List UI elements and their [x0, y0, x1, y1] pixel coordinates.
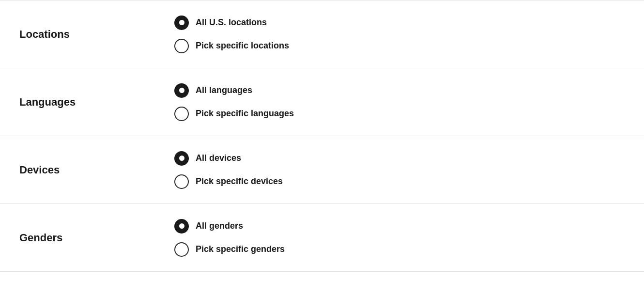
radio-label-pick-languages: Pick specific languages	[196, 109, 294, 119]
radio-label-pick-locations: Pick specific locations	[196, 41, 289, 51]
radio-option-pick-devices[interactable]: Pick specific devices	[174, 174, 283, 189]
radio-option-all-locations[interactable]: All U.S. locations	[174, 16, 289, 30]
radio-button-all-languages[interactable]	[174, 83, 189, 98]
radio-button-all-locations[interactable]	[174, 16, 189, 30]
radio-button-all-devices[interactable]	[174, 151, 189, 166]
radio-button-pick-genders[interactable]	[174, 242, 189, 257]
locations-radio-group: All U.S. locationsPick specific location…	[174, 16, 289, 53]
radio-option-all-devices[interactable]: All devices	[174, 151, 283, 166]
radio-option-all-genders[interactable]: All genders	[174, 219, 285, 234]
radio-button-all-genders[interactable]	[174, 219, 189, 234]
radio-option-all-languages[interactable]: All languages	[174, 83, 294, 98]
radio-button-pick-locations[interactable]	[174, 39, 189, 53]
radio-button-pick-devices[interactable]	[174, 174, 189, 189]
settings-row-languages: LanguagesAll languagesPick specific lang…	[0, 68, 644, 136]
radio-label-pick-genders: Pick specific genders	[196, 244, 285, 254]
radio-option-pick-locations[interactable]: Pick specific locations	[174, 39, 289, 53]
radio-label-all-genders: All genders	[196, 221, 243, 231]
settings-container: LocationsAll U.S. locationsPick specific…	[0, 0, 644, 272]
settings-row-devices: DevicesAll devicesPick specific devices	[0, 136, 644, 204]
settings-row-locations: LocationsAll U.S. locationsPick specific…	[0, 0, 644, 68]
radio-label-all-languages: All languages	[196, 85, 252, 95]
languages-radio-group: All languagesPick specific languages	[174, 83, 294, 121]
settings-row-genders: GendersAll gendersPick specific genders	[0, 204, 644, 272]
radio-label-pick-devices: Pick specific devices	[196, 176, 283, 187]
radio-option-pick-genders[interactable]: Pick specific genders	[174, 242, 285, 257]
genders-radio-group: All gendersPick specific genders	[174, 219, 285, 257]
radio-label-all-devices: All devices	[196, 153, 241, 163]
devices-label: Devices	[19, 164, 174, 176]
radio-button-pick-languages[interactable]	[174, 107, 189, 121]
devices-radio-group: All devicesPick specific devices	[174, 151, 283, 189]
radio-option-pick-languages[interactable]: Pick specific languages	[174, 107, 294, 121]
locations-label: Locations	[19, 28, 174, 41]
languages-label: Languages	[19, 96, 174, 109]
radio-label-all-locations: All U.S. locations	[196, 17, 267, 28]
genders-label: Genders	[19, 232, 174, 244]
